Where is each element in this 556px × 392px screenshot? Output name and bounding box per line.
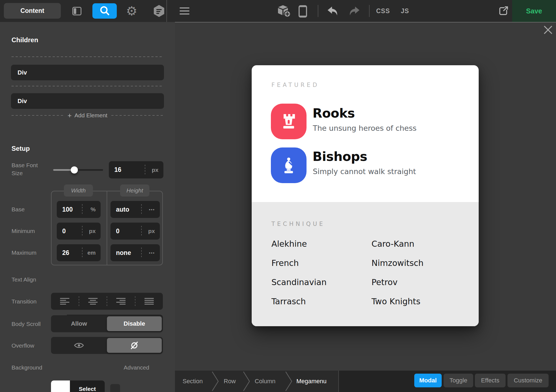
featured-item-title[interactable]: Rooks	[313, 106, 355, 121]
base-font-size-input[interactable]: 16 px	[109, 161, 163, 178]
responsive-phone-icon[interactable]	[299, 5, 307, 18]
bar	[180, 13, 189, 15]
body-scroll-control: Allow Disable	[51, 315, 163, 332]
tab-height[interactable]: Height	[120, 184, 149, 197]
base-font-value[interactable]: 16	[109, 166, 145, 174]
background-color-swatch[interactable]	[51, 380, 70, 392]
child-item-div-1[interactable]: Div	[11, 65, 164, 80]
breadcrumb-chevron-icon	[211, 371, 219, 392]
child-item-div-2[interactable]: Div	[11, 93, 164, 109]
hex-line	[156, 9, 162, 10]
value[interactable]: 0	[110, 228, 141, 235]
width-maximum-input[interactable]: 26 em	[57, 244, 101, 261]
unit[interactable]: px	[83, 228, 101, 234]
drop-zone-divider[interactable]	[12, 56, 163, 57]
background-select-button[interactable]: Select	[70, 380, 105, 392]
value[interactable]: 100	[57, 206, 82, 213]
content-tab-button[interactable]: Content	[4, 3, 61, 19]
rook-icon[interactable]	[271, 104, 307, 139]
tab-width[interactable]: Width	[64, 184, 93, 197]
menu-hamburger-icon[interactable]	[180, 7, 189, 15]
technique-link[interactable]: Petrov	[371, 277, 398, 287]
toggle-tab-button[interactable]: Toggle	[444, 374, 473, 387]
js-button[interactable]: JS	[401, 0, 409, 22]
align-justify-button[interactable]	[135, 298, 163, 305]
align-justify-icon	[144, 298, 154, 305]
align-left-icon	[60, 298, 69, 305]
add-element-labelwrap: + Add Element	[64, 111, 111, 120]
save-button[interactable]: Save	[512, 0, 556, 22]
featured-item-title[interactable]: Bishops	[313, 149, 367, 164]
breadcrumb-column[interactable]: Column	[255, 371, 276, 392]
save-label: Save	[526, 7, 542, 15]
value[interactable]: 26	[57, 249, 82, 257]
add-element-button[interactable]: + Add Element	[12, 113, 163, 118]
base-font-slider-thumb[interactable]	[71, 166, 78, 174]
height-tab-label: Height	[126, 187, 143, 194]
dash-line	[111, 115, 163, 116]
add-element-label: Add Element	[74, 112, 107, 119]
modal-tab-button[interactable]: Modal	[414, 374, 442, 387]
height-minimum-input[interactable]: 0 px	[110, 223, 160, 240]
unit[interactable]: %	[83, 206, 101, 213]
select-label: Select	[79, 386, 96, 392]
technique-link[interactable]: Caro-Kann	[371, 239, 414, 249]
base-font-slider-track[interactable]	[53, 169, 103, 171]
transition-label: Transition	[12, 298, 36, 305]
breadcrumb-megamenu[interactable]: Megamenu	[296, 371, 327, 392]
label-line1: Base Font	[12, 162, 38, 168]
align-center-button[interactable]	[79, 298, 107, 305]
height-base-input[interactable]: auto •••	[110, 201, 160, 218]
technique-link[interactable]: French	[271, 258, 299, 268]
panel-fill	[74, 8, 76, 14]
hex-line	[156, 11, 160, 12]
background-advanced-checkbox[interactable]	[110, 384, 120, 392]
unit[interactable]: px	[142, 228, 160, 234]
technique-link[interactable]: Tarrasch	[271, 297, 306, 306]
box-plus-icon	[277, 5, 291, 18]
close-preview-button[interactable]	[543, 25, 553, 36]
search-button[interactable]	[92, 3, 117, 19]
sidebar-panel-icon[interactable]	[72, 7, 81, 15]
unit[interactable]: em	[83, 249, 101, 256]
css-button[interactable]: CSS	[376, 0, 390, 22]
technique-link[interactable]: Nimzowitsch	[371, 258, 424, 268]
technique-link[interactable]: Scandinavian	[271, 277, 327, 287]
bar	[180, 10, 189, 12]
align-center-icon	[88, 298, 98, 305]
body-scroll-disable-button[interactable]: Disable	[107, 316, 162, 331]
unit-menu-dots[interactable]: •••	[142, 251, 160, 255]
technique-link[interactable]: Alekhine	[271, 239, 307, 249]
breadcrumb-row[interactable]: Row	[224, 371, 236, 392]
align-right-button[interactable]	[107, 298, 135, 305]
width-minimum-input[interactable]: 0 px	[57, 223, 101, 240]
value[interactable]: none	[110, 249, 141, 257]
component-hexagon-icon[interactable]	[154, 5, 164, 17]
overflow-hidden-button[interactable]	[107, 338, 162, 353]
value[interactable]: 0	[57, 228, 82, 235]
width-base-input[interactable]: 100 %	[57, 201, 101, 218]
value[interactable]: auto	[110, 206, 141, 213]
body-scroll-allow-button[interactable]: Allow	[51, 315, 107, 332]
bishop-icon[interactable]	[271, 147, 307, 183]
overflow-visible-button[interactable]	[51, 337, 107, 354]
close-icon	[543, 25, 553, 35]
effects-tab-button[interactable]: Effects	[475, 374, 506, 387]
external-link-icon	[498, 5, 509, 16]
redo-icon	[348, 6, 360, 16]
unit-menu-dots[interactable]: •••	[142, 207, 160, 212]
preview-external-button[interactable]	[498, 5, 509, 18]
breadcrumb-chevron-icon	[242, 371, 251, 392]
technique-link[interactable]: Two Knights	[371, 297, 420, 306]
customize-tab-button[interactable]: Customize	[507, 374, 549, 387]
align-left-button[interactable]	[51, 298, 79, 305]
gear-icon[interactable]: ⚙	[125, 4, 138, 18]
css-label: CSS	[376, 7, 390, 15]
undo-button[interactable]	[327, 6, 339, 17]
breadcrumb-section[interactable]: Section	[183, 371, 203, 392]
redo-button[interactable]	[348, 6, 360, 17]
add-element-box-icon[interactable]	[277, 5, 291, 19]
height-maximum-input[interactable]: none •••	[110, 244, 160, 261]
drop-zone-divider[interactable]	[12, 86, 163, 86]
base-font-unit[interactable]: px	[145, 167, 163, 173]
